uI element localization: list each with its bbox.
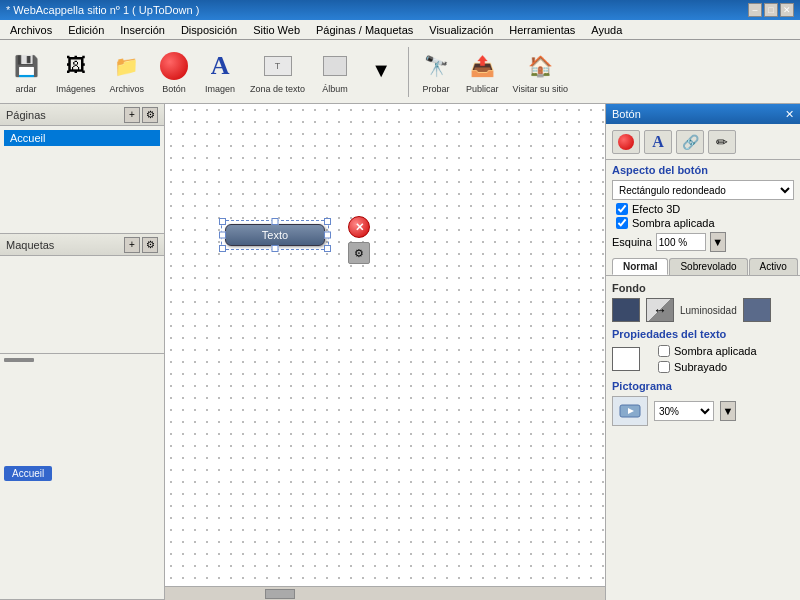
panel-sombra-texto-checkbox[interactable] xyxy=(658,345,670,357)
panel-sombra-texto-label: Sombra aplicada xyxy=(674,345,757,357)
toolbar-album[interactable]: Álbum xyxy=(313,46,357,98)
panel-esquina-dropdown[interactable]: ▼ xyxy=(710,232,726,252)
files-icon: 📁 xyxy=(111,50,143,82)
panel-shape-select[interactable]: Rectángulo redondeado xyxy=(612,180,794,200)
toolbar-more[interactable]: ▼ xyxy=(359,51,403,93)
tab-content-normal: Fondo ↔ Luminosidad Propiedades del text… xyxy=(606,275,800,432)
panel-title: Botón xyxy=(612,108,641,120)
tab-sobrevolado[interactable]: Sobrevolado xyxy=(669,258,747,275)
tab-activo[interactable]: Activo xyxy=(749,258,798,275)
zonatexto-icon: T xyxy=(262,50,294,82)
visitar-label: Visitar su sitio xyxy=(513,84,568,94)
panel-icon-circle[interactable] xyxy=(612,130,640,154)
widget-settings-button[interactable]: ⚙ xyxy=(348,242,370,264)
preview-button[interactable]: Accueil xyxy=(4,466,52,481)
maquetas-header-buttons[interactable]: + ⚙ xyxy=(124,237,158,253)
maquetas-settings-button[interactable]: ⚙ xyxy=(142,237,158,253)
panel-icon-text[interactable]: A xyxy=(644,130,672,154)
window-controls[interactable]: – □ ✕ xyxy=(748,3,794,17)
panel-esquina-label: Esquina xyxy=(612,236,652,248)
main-layout: Páginas + ⚙ Accueil Maquetas + ⚙ xyxy=(0,104,800,600)
canvas-area[interactable]: Texto ✕ ⚙ xyxy=(165,104,605,600)
widget-selection-box: Texto ✕ ⚙ xyxy=(225,224,325,246)
toolbar-publicar[interactable]: 📤 Publicar xyxy=(460,46,505,98)
scrollbar-thumb[interactable] xyxy=(265,589,295,599)
menu-bar: Archivos Edición Inserción Disposición S… xyxy=(0,20,800,40)
toolbar-files[interactable]: 📁 Archivos xyxy=(104,46,151,98)
panel-subrayado-label: Subrayado xyxy=(674,361,727,373)
panel-sombra-aspecto-label: Sombra aplicada xyxy=(632,217,715,229)
album-icon xyxy=(319,50,351,82)
pages-section: Páginas + ⚙ Accueil xyxy=(0,104,164,234)
menu-herramientas[interactable]: Herramientas xyxy=(501,22,583,38)
publicar-label: Publicar xyxy=(466,84,499,94)
button-red-icon xyxy=(158,50,190,82)
images-label: Imágenes xyxy=(56,84,96,94)
toolbar-images[interactable]: 🖼 Imágenes xyxy=(50,46,102,98)
canvas-scrollbar[interactable] xyxy=(165,586,605,600)
menu-archivos[interactable]: Archivos xyxy=(2,22,60,38)
menu-edicion[interactable]: Edición xyxy=(60,22,112,38)
panel-fondo-label: Fondo xyxy=(606,280,800,296)
toolbar-button[interactable]: Botón xyxy=(152,46,196,98)
fondo-color-swatch[interactable] xyxy=(612,298,640,322)
panel-fondo-row: ↔ Luminosidad xyxy=(606,296,800,324)
fondo-gradient-button[interactable]: ↔ xyxy=(646,298,674,322)
panel-esquina-row: Esquina ▼ xyxy=(606,230,800,254)
toolbar-probar[interactable]: 🔭 Probar xyxy=(414,46,458,98)
panel-subrayado-checkbox[interactable] xyxy=(658,361,670,373)
images-icon: 🖼 xyxy=(60,50,92,82)
maquetas-section: Maquetas + ⚙ xyxy=(0,234,164,354)
menu-insercion[interactable]: Inserción xyxy=(112,22,173,38)
panel-esquina-input[interactable] xyxy=(656,233,706,251)
panel-close-button[interactable]: ✕ xyxy=(785,108,794,121)
toolbar-image[interactable]: A Imagen xyxy=(198,46,242,98)
more-icon: ▼ xyxy=(365,55,397,87)
minimize-button[interactable]: – xyxy=(748,3,762,17)
panel-icon-pencil[interactable]: ✏ xyxy=(708,130,736,154)
panel-efecto3d-label: Efecto 3D xyxy=(632,203,680,215)
menu-ayuda[interactable]: Ayuda xyxy=(583,22,630,38)
toolbar: 💾 ardar 🖼 Imágenes 📁 Archivos Botón A Im… xyxy=(0,40,800,104)
menu-paginas[interactable]: Páginas / Maquetas xyxy=(308,22,421,38)
pages-item-accueil[interactable]: Accueil xyxy=(4,130,160,146)
right-panel: Botón ✕ A 🔗 ✏ Aspecto del botón Rectángu… xyxy=(605,104,800,600)
pictogram-preview xyxy=(612,396,648,426)
pages-header: Páginas + ⚙ xyxy=(0,104,164,126)
widget-controls: ✕ ⚙ xyxy=(348,216,370,264)
maquetas-content xyxy=(0,256,164,296)
toolbar-zonatexto[interactable]: T Zona de texto xyxy=(244,46,311,98)
pages-header-buttons[interactable]: + ⚙ xyxy=(124,107,158,123)
menu-visualizacion[interactable]: Visualización xyxy=(421,22,501,38)
close-button[interactable]: ✕ xyxy=(780,3,794,17)
pages-settings-button[interactable]: ⚙ xyxy=(142,107,158,123)
panel-pictograma-row: 30% ▼ xyxy=(606,394,800,428)
window-title: * WebAcappella sitio nº 1 ( UpToDown ) xyxy=(6,4,199,16)
preview-line-1 xyxy=(4,358,34,362)
pictogram-dropdown-btn[interactable]: ▼ xyxy=(720,401,736,421)
panel-efecto3d-checkbox[interactable] xyxy=(616,203,628,215)
pictogram-percent-select[interactable]: 30% xyxy=(654,401,714,421)
pages-add-button[interactable]: + xyxy=(124,107,140,123)
toolbar-visitar[interactable]: 🏠 Visitar su sitio xyxy=(507,46,574,98)
panel-tab-bar: Normal Sobrevolado Activo xyxy=(606,254,800,275)
maquetas-add-button[interactable]: + xyxy=(124,237,140,253)
canvas-widget[interactable]: Texto ✕ ⚙ xyxy=(225,224,325,246)
text-color-box[interactable] xyxy=(612,347,640,371)
luminosidad-swatch[interactable] xyxy=(743,298,771,322)
menu-sitioweb[interactable]: Sitio Web xyxy=(245,22,308,38)
maquetas-header: Maquetas + ⚙ xyxy=(0,234,164,256)
panel-title-bar: Botón ✕ xyxy=(606,104,800,124)
panel-icon-link[interactable]: 🔗 xyxy=(676,130,704,154)
title-bar: * WebAcappella sitio nº 1 ( UpToDown ) –… xyxy=(0,0,800,20)
toolbar-save[interactable]: 💾 ardar xyxy=(4,46,48,98)
tab-normal[interactable]: Normal xyxy=(612,258,668,275)
preview-content: Accueil xyxy=(0,354,164,485)
left-sidebar: Páginas + ⚙ Accueil Maquetas + ⚙ xyxy=(0,104,165,600)
canvas-button-widget[interactable]: Texto xyxy=(225,224,325,246)
maximize-button[interactable]: □ xyxy=(764,3,778,17)
widget-delete-button[interactable]: ✕ xyxy=(348,216,370,238)
album-label: Álbum xyxy=(322,84,348,94)
panel-sombra-aspecto-checkbox[interactable] xyxy=(616,217,628,229)
menu-disposicion[interactable]: Disposición xyxy=(173,22,245,38)
